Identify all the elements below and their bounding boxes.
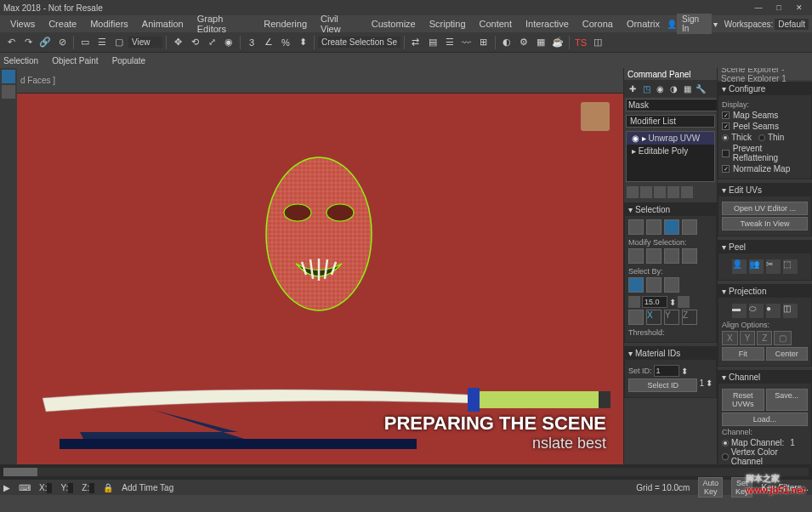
grow-icon[interactable]	[628, 248, 644, 264]
face-subobj-icon[interactable]	[664, 219, 679, 235]
hierarchy-tab-icon[interactable]: ◉	[654, 82, 666, 94]
align-y[interactable]: Y	[740, 331, 756, 345]
menu-modifiers[interactable]: Modifiers	[83, 17, 135, 31]
workspace-dropdown[interactable]: Default	[775, 19, 809, 30]
chevron-icon[interactable]: ▾	[722, 185, 726, 195]
menu-views[interactable]: Views	[3, 17, 42, 31]
point-icon[interactable]	[678, 296, 690, 308]
undo-icon[interactable]: ↶	[3, 35, 19, 50]
menu-content[interactable]: Content	[473, 17, 520, 31]
open-uv-editor-button[interactable]: Open UV Editor ...	[722, 202, 808, 215]
display-tab-icon[interactable]: ▦	[681, 82, 693, 94]
angle-spinner[interactable]: 15.0	[642, 296, 667, 308]
ts-icon[interactable]: TS	[573, 35, 588, 50]
addtime-button[interactable]: Add Time Tag	[122, 483, 173, 492]
redo-icon[interactable]: ↷	[20, 35, 36, 50]
peel-icon-1[interactable]: 👤	[732, 259, 747, 274]
peel-icon-2[interactable]: 👥	[749, 259, 764, 274]
reset-uvw-button[interactable]: Reset UVWs	[722, 389, 764, 411]
mode-populate[interactable]: Populate	[112, 56, 145, 65]
smooth-select-icon[interactable]	[664, 277, 679, 293]
snap-icon[interactable]: 3	[244, 35, 259, 50]
planar-proj-icon[interactable]: ▬	[732, 304, 747, 318]
mapseams-checkbox[interactable]: ✓	[722, 111, 730, 119]
menu-animation[interactable]: Animation	[135, 17, 190, 31]
minimize-button[interactable]: —	[749, 2, 768, 14]
selid-spinner[interactable]: 1	[699, 378, 704, 392]
tweak-in-view-button[interactable]: Tweak In View	[722, 217, 808, 230]
menu-ornatrix[interactable]: Ornatrix	[620, 17, 667, 31]
pin-stack-icon[interactable]	[627, 186, 639, 198]
vertexcolor-radio[interactable]	[722, 453, 729, 460]
freeform-icon[interactable]	[2, 85, 15, 99]
load-uvw-button[interactable]: Load...	[722, 412, 808, 426]
menu-scripting[interactable]: Scripting	[423, 17, 473, 31]
edge-subobj-icon[interactable]	[646, 219, 662, 235]
planar-select-icon[interactable]	[646, 277, 662, 293]
utilities-tab-icon[interactable]: 🔧	[695, 82, 707, 94]
mapchannel-spinner[interactable]: 1	[790, 438, 795, 447]
chevron-icon[interactable]: ▾	[722, 287, 726, 296]
save-uvw-button[interactable]: Save...	[766, 389, 809, 411]
peelseams-checkbox[interactable]: ✓	[722, 122, 730, 130]
mapchannel-radio[interactable]	[722, 440, 729, 447]
spinner-arrows-icon[interactable]: ⬍	[669, 298, 676, 307]
menu-corona[interactable]: Corona	[576, 17, 620, 31]
modeling-ribbon-icon[interactable]	[2, 70, 15, 83]
center-button[interactable]: Center	[766, 347, 809, 361]
fit-button[interactable]: Fit	[722, 347, 764, 361]
thick-radio[interactable]	[722, 134, 729, 141]
shrink-icon[interactable]	[646, 248, 662, 264]
cyl-proj-icon[interactable]: ⬭	[749, 304, 764, 318]
render-icon[interactable]: ☕	[550, 35, 565, 50]
setkey-button[interactable]: Set Key	[731, 477, 753, 498]
schematic-icon[interactable]: ⊞	[476, 35, 491, 50]
link-icon[interactable]: 🔗	[37, 35, 53, 50]
stack-unwrap[interactable]: ◉ ▸ Unwrap UVW	[627, 132, 714, 145]
chevron-icon[interactable]: ▾	[722, 84, 726, 94]
select-icon[interactable]: ▭	[77, 35, 93, 50]
normalize-checkbox[interactable]: ✓	[722, 165, 730, 173]
percent-snap-icon[interactable]: %	[278, 35, 293, 50]
unlink-icon[interactable]: ⊘	[54, 35, 70, 50]
show-end-icon[interactable]	[640, 186, 652, 198]
render-setup-icon[interactable]: ⚙	[516, 35, 531, 50]
element-subobj-icon[interactable]	[682, 219, 697, 235]
sphere-proj-icon[interactable]: ●	[766, 304, 781, 318]
place-icon[interactable]: ◉	[221, 35, 236, 50]
ring-icon[interactable]	[664, 248, 679, 264]
modifier-list-dropdown[interactable]: Modifier List	[626, 115, 715, 128]
align-auto[interactable]: ▢	[774, 331, 792, 345]
spinner-arrows-icon[interactable]: ⬍	[706, 378, 713, 392]
box-proj-icon[interactable]: ◫	[783, 304, 798, 318]
select-id-button[interactable]: Select ID	[628, 378, 697, 392]
play-icon[interactable]: ▶	[3, 483, 10, 492]
peel-icon-4[interactable]: ⬚	[783, 259, 798, 274]
menu-graph[interactable]: Graph Editors	[190, 12, 258, 36]
close-button[interactable]: ✕	[790, 2, 809, 14]
align-icon[interactable]: ▤	[425, 35, 440, 50]
ignore-bf-icon[interactable]	[628, 310, 644, 325]
layers-icon[interactable]: ☰	[442, 35, 457, 50]
signin-button[interactable]: Sign In	[677, 14, 712, 34]
menu-customize[interactable]: Customize	[365, 17, 423, 31]
axis-x-icon[interactable]: X	[646, 310, 662, 325]
stack-editpoly[interactable]: ▸ Editable Poly	[627, 145, 714, 157]
mask-mesh[interactable]	[255, 153, 383, 323]
select-name-icon[interactable]: ☰	[94, 35, 110, 50]
loop-icon[interactable]	[682, 248, 697, 264]
align-x[interactable]: X	[722, 331, 738, 345]
menu-interactive[interactable]: Interactive	[519, 17, 576, 31]
time-thumb[interactable]	[3, 468, 37, 476]
align-z[interactable]: Z	[757, 331, 772, 345]
extra-icon[interactable]: ◫	[590, 35, 605, 50]
vertex-subobj-icon[interactable]	[628, 219, 644, 235]
y-input[interactable]	[68, 483, 73, 493]
mirror-icon[interactable]: ⇄	[408, 35, 423, 50]
mode-selection[interactable]: Selection	[3, 56, 38, 65]
mode-objectpaint[interactable]: Object Paint	[52, 56, 98, 65]
axis-z-icon[interactable]: Z	[682, 310, 697, 325]
thin-radio[interactable]	[758, 134, 765, 141]
viewcube-icon[interactable]	[581, 102, 610, 131]
curve-editor-icon[interactable]: 〰	[459, 35, 474, 50]
